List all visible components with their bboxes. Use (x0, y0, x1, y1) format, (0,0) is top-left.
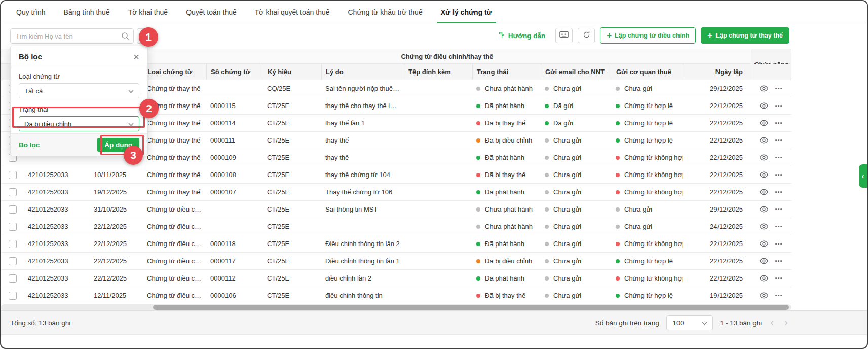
row-actions: ⋯ (751, 205, 791, 213)
refresh-button[interactable] (578, 28, 595, 43)
horizontal-scrollbar-thumb[interactable] (153, 305, 789, 310)
cell-status: Đã phát hành (472, 102, 541, 110)
cell-reason: thay thế cho thay thế lần 1 (321, 102, 404, 110)
row-more-button[interactable]: ⋯ (775, 257, 783, 265)
cell-email-status: Đã gửi (541, 119, 612, 127)
cell-doc-no: 0000112 (206, 274, 263, 282)
cell-email-status: Chưa gửi (541, 223, 612, 230)
filter-popup-header: Bộ lọc × (11, 46, 147, 67)
cell-doc-type: Chứng từ điều chỉnh (143, 292, 206, 299)
row-checkbox[interactable] (9, 188, 17, 196)
tab-6[interactable]: Chứng từ khấu trừ thuế (348, 1, 422, 23)
cell-symbol: CT/25E (263, 188, 321, 196)
view-button[interactable] (760, 223, 768, 230)
horizontal-scrollbar (1, 304, 791, 310)
per-page-value: 100 (673, 319, 684, 327)
view-button[interactable] (760, 120, 768, 126)
row-checkbox[interactable] (9, 257, 17, 265)
cell-email-status: Chưa gửi (541, 171, 612, 179)
view-button[interactable] (760, 171, 768, 178)
range-label: 1 - 13 bản ghi (720, 319, 762, 327)
view-button[interactable] (760, 275, 768, 282)
status-label: Chưa gửi (553, 154, 581, 161)
view-button[interactable] (760, 154, 768, 161)
row-more-button[interactable]: ⋯ (775, 102, 783, 110)
tab-5[interactable]: Tờ khai quyết toán thuế (255, 1, 330, 23)
view-button[interactable] (760, 137, 768, 144)
next-page-button[interactable]: › (783, 317, 789, 328)
column-header-8: Tệp đính kèm (404, 64, 472, 80)
keyboard-icon (559, 31, 569, 40)
row-checkbox[interactable] (9, 274, 17, 283)
plus-icon: + (607, 31, 612, 40)
chevron-down-icon (128, 87, 134, 95)
row-checkbox[interactable] (9, 205, 17, 214)
row-more-button[interactable]: ⋯ (775, 240, 783, 248)
tab-3[interactable]: Tờ khai thuế (128, 1, 168, 23)
view-button[interactable] (760, 258, 768, 264)
row-more-button[interactable]: ⋯ (775, 171, 783, 179)
cell-checkbox (1, 223, 24, 231)
status-label: Chưa gửi (553, 171, 581, 179)
cell-email-status: Chưa gửi (541, 188, 612, 196)
status-label: Đã phát hành (485, 102, 524, 110)
view-button[interactable] (760, 85, 768, 92)
cell-created-date: 22/12/2025 (683, 154, 751, 161)
view-button[interactable] (760, 240, 768, 247)
row-more-button[interactable]: ⋯ (775, 136, 783, 144)
row-more-button[interactable]: ⋯ (775, 223, 783, 230)
row-actions: ⋯ (751, 171, 791, 179)
view-button[interactable] (760, 102, 768, 109)
clear-filter-link[interactable]: Bỏ lọc (19, 141, 40, 149)
status-select[interactable]: Đã bị điều chỉnh (19, 116, 139, 131)
row-more-button[interactable]: ⋯ (775, 119, 783, 127)
status-label: Chứng từ không hợp lệ (624, 274, 683, 282)
search-input[interactable] (10, 28, 134, 44)
row-checkbox[interactable] (9, 223, 17, 231)
status-label: Chứng từ không hợp lệ (624, 188, 683, 196)
status-dot (616, 104, 620, 108)
row-more-button[interactable]: ⋯ (775, 205, 783, 213)
expand-side-panel-button[interactable]: ‹ (859, 164, 867, 188)
status-dot (476, 294, 480, 298)
create-adjustment-button[interactable]: + Lập chứng từ điều chỉnh (600, 27, 696, 44)
status-dot (545, 294, 549, 298)
cell-symbol: CT/25E (263, 171, 321, 179)
row-more-button[interactable]: ⋯ (775, 292, 783, 299)
row-more-button[interactable]: ⋯ (775, 85, 783, 92)
view-button[interactable] (760, 189, 768, 195)
shortcut-keys-button[interactable] (555, 28, 573, 43)
tab-7[interactable]: Xử lý chứng từ (441, 1, 492, 23)
guide-link[interactable]: Hướng dẫn (498, 31, 545, 40)
tab-2[interactable]: Bảng tính thuế (64, 1, 110, 23)
status-dot (545, 276, 549, 281)
tab-4[interactable]: Quyết toán thuế (186, 1, 237, 23)
row-actions: ⋯ (751, 257, 791, 265)
per-page-select[interactable]: 100 (666, 315, 713, 330)
status-dot (476, 190, 480, 194)
status-label: Chứng từ không hợp lệ (624, 240, 683, 248)
row-more-button[interactable]: ⋯ (775, 274, 783, 282)
cell-tax-office-status: Chứng từ không hợp lệ (612, 240, 683, 248)
tab-1[interactable]: Quy trình (16, 1, 46, 23)
row-checkbox[interactable] (9, 171, 17, 179)
prev-page-button[interactable]: ‹ (769, 317, 775, 328)
row-checkbox[interactable] (9, 240, 17, 248)
doc-type-select[interactable]: Tất cả (19, 83, 139, 98)
row-more-button[interactable]: ⋯ (775, 154, 783, 161)
row-checkbox[interactable] (9, 292, 17, 300)
filter-popup-title: Bộ lọc (19, 52, 42, 61)
row-more-button[interactable]: ⋯ (775, 188, 783, 196)
close-icon[interactable]: × (133, 52, 139, 62)
create-replacement-button[interactable]: + Lập chứng từ thay thế (701, 27, 789, 44)
status-label: Chứng từ hợp lệ (624, 292, 673, 299)
cell-date: 31/10/2025 (90, 205, 143, 213)
filter-popup-body: Loại chứng từ Tất cả Trạng thái Đã bị đi… (11, 67, 147, 131)
annotation-badge-1: 1 (139, 27, 158, 47)
table-row-9: 4210125203322/12/2025Chứng từ điều chỉnh… (1, 218, 791, 235)
view-button[interactable] (760, 206, 768, 213)
row-actions: ⋯ (751, 119, 791, 127)
cell-created-date: 29/12/2025 (683, 85, 751, 92)
status-label: Trạng thái (19, 106, 139, 113)
view-button[interactable] (760, 292, 768, 299)
